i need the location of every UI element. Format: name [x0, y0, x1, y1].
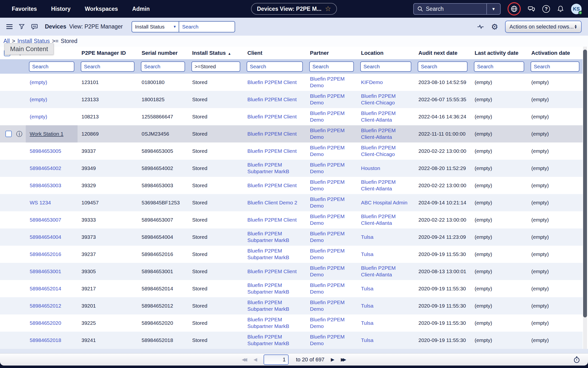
hamburger-menu-icon[interactable] — [6, 24, 13, 25]
table-row[interactable]: ⓘ 58984654002 39349 58984654002 Stored B… — [0, 160, 583, 177]
filter-input-activation-date[interactable] — [531, 61, 579, 72]
column-header-client[interactable]: Client — [243, 47, 306, 59]
partner-link[interactable]: Bluefin P2PEM Demo — [310, 196, 345, 209]
client-link[interactable]: Bluefin P2PEM Client — [247, 269, 297, 274]
location-link[interactable]: Houston — [361, 165, 380, 171]
column-header-serial[interactable]: Serial number — [138, 47, 188, 59]
settings-gear-icon[interactable]: ⚙ — [491, 23, 498, 31]
device-name-link[interactable]: (empty) — [30, 97, 47, 102]
table-row[interactable]: ⓘ 58984653007 39333 58984653007 Stored B… — [0, 211, 583, 228]
partner-link[interactable]: Bluefin P2PEM Demo — [310, 162, 345, 174]
client-link[interactable]: Bluefin P2PEM Client — [247, 131, 297, 137]
chat-button[interactable] — [528, 5, 535, 13]
list-search-input[interactable] — [179, 21, 235, 32]
location-link[interactable]: Bluefin P2PEM Client-Chicago — [361, 145, 396, 157]
partner-link[interactable]: Bluefin P2PEM Demo — [310, 282, 345, 295]
location-link[interactable]: ABC Hospital Admin — [361, 200, 407, 205]
partner-link[interactable]: Bluefin P2PEM Demo — [310, 231, 345, 243]
menu-workspaces[interactable]: Workspaces — [85, 6, 118, 12]
search-field-select[interactable]: Install Status ▾ — [132, 21, 179, 32]
partner-link[interactable]: Bluefin P2PEM Demo — [310, 248, 345, 260]
device-name-link[interactable]: 58984653001 — [30, 269, 61, 274]
table-row[interactable]: ⓘ 58984653003 39329 58984653003 Stored B… — [0, 177, 583, 194]
location-link[interactable]: Tulsa — [361, 303, 374, 309]
location-link[interactable]: Tulsa — [361, 286, 374, 291]
client-link[interactable]: Bluefin Client Demo 2 — [247, 200, 297, 205]
table-row[interactable]: ⓘ Work Station 1 120869 0SJM23456 Stored… — [0, 125, 583, 142]
device-name-link[interactable]: (empty) — [30, 114, 47, 119]
comments-button[interactable] — [31, 23, 38, 30]
client-link[interactable]: Bluefin P2PEM Subpartner MarkB — [247, 317, 289, 329]
page-number-input[interactable] — [264, 354, 289, 365]
partner-link[interactable]: Bluefin P2PEM Demo — [310, 317, 345, 329]
filter-input-last-activity-date[interactable] — [474, 61, 524, 72]
device-name-link[interactable]: WS 1234 — [30, 200, 51, 205]
device-name-link[interactable]: 58984653003 — [30, 183, 61, 188]
scrollbar-thumb[interactable] — [583, 50, 587, 317]
table-row[interactable]: ⓘ 58984653001 39305 58984653001 Stored B… — [0, 263, 583, 280]
partner-link[interactable]: Bluefin P2PEM Demo — [310, 179, 345, 191]
device-name-link[interactable]: (empty) — [30, 79, 47, 85]
table-row[interactable]: ⓘ 58984652014 39217 58984652014 Stored B… — [0, 280, 583, 297]
device-name-link[interactable]: 58984652020 — [30, 320, 61, 326]
location-link[interactable]: Bluefin P2PEM Client-Atlanta — [361, 179, 396, 191]
device-name-link[interactable]: 58984653007 — [30, 217, 61, 223]
info-icon[interactable]: ⓘ — [16, 130, 22, 138]
column-header-audit-next-date[interactable]: Audit next date — [414, 47, 471, 59]
partner-link[interactable]: Bluefin P2PEM Demo — [310, 334, 345, 346]
location-link[interactable]: Tulsa — [361, 251, 374, 257]
activity-button[interactable] — [477, 23, 484, 30]
menu-admin[interactable]: Admin — [132, 6, 150, 12]
client-link[interactable]: Bluefin P2PEM Subpartner MarkB — [247, 231, 289, 243]
client-link[interactable]: Bluefin P2PEM Client — [247, 148, 297, 154]
next-page-button[interactable]: ▶ — [331, 357, 334, 362]
table-row[interactable]: ⓘ 58984652012 39201 58984652012 Stored B… — [0, 297, 583, 314]
location-link[interactable]: Tulsa — [361, 337, 374, 343]
filter-input-p2pe-id[interactable] — [81, 61, 134, 72]
partner-link[interactable]: Bluefin P2PEM Demo — [310, 127, 345, 140]
column-header-last-activity-date[interactable]: Last activity date — [471, 47, 527, 59]
partner-link[interactable]: Bluefin P2PEM Demo — [310, 93, 345, 105]
table-row[interactable]: ⓘ 58984652018 39241 58984652018 Stored B… — [0, 332, 583, 349]
notifications-button[interactable] — [557, 5, 564, 13]
filter-input-serial[interactable] — [141, 61, 185, 72]
filter-input-partner[interactable] — [309, 61, 354, 72]
device-name-link[interactable]: 58984652014 — [30, 286, 61, 291]
filter-input-audit-next-date[interactable] — [418, 61, 468, 72]
device-name-link[interactable]: 58984653005 — [30, 148, 61, 154]
device-name-link[interactable]: 58984652012 — [30, 303, 61, 309]
filter-input-client[interactable] — [247, 61, 303, 72]
partner-link[interactable]: Bluefin P2PEM Demo — [310, 110, 345, 123]
actions-on-rows-select[interactable]: Actions on selected rows... ▲ ▼ — [505, 21, 582, 33]
client-link[interactable]: Bluefin P2PEM Client — [247, 79, 297, 85]
menu-favorites[interactable]: Favorites — [12, 6, 37, 12]
location-link[interactable]: KIFDemo — [361, 79, 383, 85]
client-link[interactable]: Bluefin P2PEM Client — [247, 114, 297, 119]
partner-link[interactable]: Bluefin P2PEM Demo — [310, 299, 345, 312]
filter-input-name[interactable] — [29, 61, 74, 72]
table-row[interactable]: ⓘ (empty) 123133 18001825 Stored Bluefin… — [0, 91, 583, 108]
location-link[interactable]: Bluefin P2PEM Client-Atlanta — [361, 127, 396, 140]
first-page-button[interactable]: ◀◀ — [242, 357, 247, 362]
location-link[interactable]: Bluefin P2PEM Client-Atlanta — [361, 110, 396, 123]
partner-link[interactable]: Bluefin P2PEM Demo — [310, 213, 345, 226]
client-link[interactable]: Bluefin P2PEM Client — [247, 183, 297, 188]
client-link[interactable]: Bluefin P2PEM Subpartner MarkB — [247, 282, 289, 295]
help-button[interactable]: ? — [542, 5, 550, 13]
partner-link[interactable]: Bluefin P2PEM Demo — [310, 265, 345, 277]
search-scope-dropdown[interactable]: ▾ — [487, 6, 500, 12]
device-name-link[interactable]: Work Station 1 — [30, 131, 63, 137]
column-header-install-status[interactable]: Install Status▲ — [188, 47, 243, 59]
location-link[interactable]: Tulsa — [361, 234, 374, 240]
column-header-activation-date[interactable]: Activation date — [527, 47, 583, 59]
row-checkbox[interactable] — [5, 131, 12, 137]
filter-button[interactable] — [18, 23, 25, 30]
globe-button[interactable] — [508, 2, 521, 15]
table-row[interactable]: ⓘ 58984652020 39225 58984652020 Stored B… — [0, 314, 583, 332]
client-link[interactable]: Bluefin P2PEM Subpartner MarkB — [247, 334, 289, 346]
vertical-scrollbar[interactable] — [583, 47, 587, 349]
table-row[interactable]: ⓘ (empty) 108213 12558866647 Stored Blue… — [0, 108, 583, 125]
filter-input-location[interactable] — [360, 61, 411, 72]
device-name-link[interactable]: 58984654004 — [30, 234, 61, 240]
location-link[interactable]: Bluefin P2PEM Client-Chicago — [361, 93, 396, 105]
